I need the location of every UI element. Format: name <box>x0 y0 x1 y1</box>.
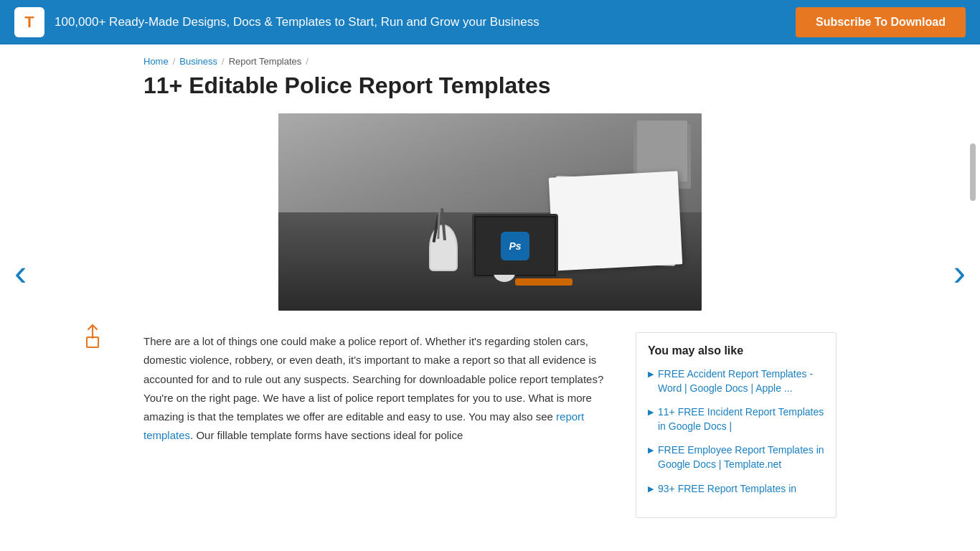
share-icon-container <box>79 323 106 352</box>
logo-icon: T <box>14 7 44 37</box>
breadcrumb-current: Report Templates <box>229 56 302 67</box>
header-left: T 100,000+ Ready-Made Designs, Docs & Te… <box>14 7 540 37</box>
subscribe-button[interactable]: Subscribe To Download <box>796 7 966 37</box>
sidebar-link-item: ▶ 93+ FREE Report Templates in <box>648 482 824 496</box>
main-text: There are a lot of things one could make… <box>143 332 614 518</box>
svg-rect-0 <box>87 337 98 347</box>
page-title: 11+ Editable Police Report Templates <box>143 72 837 99</box>
breadcrumb-sep-2: / <box>222 56 225 67</box>
share-icon[interactable] <box>79 323 106 350</box>
breadcrumb-sep-1: / <box>173 56 176 67</box>
next-arrow[interactable]: › <box>953 254 966 291</box>
sidebar-link-1[interactable]: FREE Accident Report Templates - Word | … <box>658 367 824 395</box>
breadcrumb-business[interactable]: Business <box>179 56 217 67</box>
sidebar-link-item: ▶ FREE Accident Report Templates - Word … <box>648 367 824 395</box>
breadcrumb: Home / Business / Report Templates / <box>0 44 980 72</box>
main-content: 11+ Editable Police Report Templates Ps <box>0 72 980 518</box>
breadcrumb-sep-3: / <box>306 56 308 67</box>
body-text-1: There are a lot of things one could make… <box>143 335 603 423</box>
you-may-like-title: You may also like <box>648 344 824 357</box>
scroll-indicator[interactable] <box>970 143 976 201</box>
hero-image: Ps <box>278 113 702 311</box>
sidebar: You may also like ▶ FREE Accident Report… <box>636 332 837 518</box>
sidebar-arrow-icon: ▶ <box>648 369 654 379</box>
sidebar-link-item: ▶ 11+ FREE Incident Report Templates in … <box>648 405 824 433</box>
sidebar-link-2[interactable]: 11+ FREE Incident Report Templates in Go… <box>658 405 824 433</box>
sidebar-arrow-icon: ▶ <box>648 484 654 494</box>
sidebar-arrow-icon: ▶ <box>648 408 654 417</box>
you-may-like-box: You may also like ▶ FREE Accident Report… <box>636 332 837 518</box>
hero-image-container: Ps <box>143 113 837 311</box>
sidebar-link-4[interactable]: 93+ FREE Report Templates in <box>658 482 796 496</box>
body-text-2: . Our fillable template forms have secti… <box>190 429 463 441</box>
header: T 100,000+ Ready-Made Designs, Docs & Te… <box>0 0 980 44</box>
sidebar-arrow-icon: ▶ <box>648 446 654 455</box>
header-tagline: 100,000+ Ready-Made Designs, Docs & Temp… <box>55 15 540 29</box>
content-area: There are a lot of things one could make… <box>143 332 837 518</box>
sidebar-link-3[interactable]: FREE Employee Report Templates in Google… <box>658 443 824 471</box>
breadcrumb-home[interactable]: Home <box>143 56 169 67</box>
sidebar-link-item: ▶ FREE Employee Report Templates in Goog… <box>648 443 824 471</box>
prev-arrow[interactable]: ‹ <box>14 254 27 291</box>
